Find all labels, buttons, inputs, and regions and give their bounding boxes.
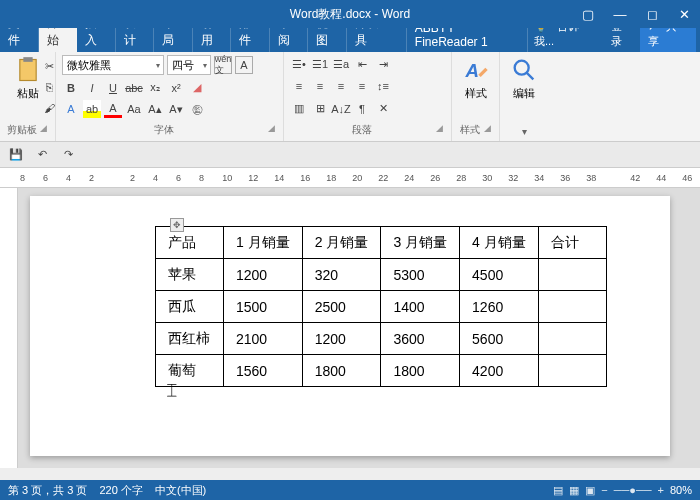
increase-indent-icon[interactable]: ⇥ bbox=[374, 55, 392, 73]
strike-button[interactable]: abc bbox=[125, 79, 143, 97]
editing-button[interactable]: 编辑 bbox=[506, 54, 542, 103]
align-center-icon[interactable]: ≡ bbox=[311, 77, 329, 95]
save-icon[interactable]: 💾 bbox=[6, 145, 26, 165]
page[interactable]: ✥ 产品 1 月销量 2 月销量 3 月销量 4 月销量 合计 苹果120032… bbox=[30, 196, 670, 456]
zoom-slider[interactable]: ──●── bbox=[614, 484, 652, 496]
superscript-button[interactable]: x² bbox=[167, 79, 185, 97]
show-marks-icon[interactable]: ¶ bbox=[353, 100, 371, 118]
styles-dialog-launcher[interactable]: ◢ bbox=[482, 123, 493, 133]
bullets-icon[interactable]: ☰• bbox=[290, 55, 308, 73]
table-row: 苹果120032053004500 bbox=[156, 259, 607, 291]
close-icon[interactable]: ✕ bbox=[668, 0, 700, 28]
justify-icon[interactable]: ≡ bbox=[353, 77, 371, 95]
table-row: 西瓜1500250014001260 bbox=[156, 291, 607, 323]
font-color-icon[interactable]: A bbox=[104, 100, 122, 118]
title-bar: Word教程.docx - Word ▢ — ◻ ✕ bbox=[0, 0, 700, 28]
phonetic-guide-icon[interactable]: wén文 bbox=[214, 56, 232, 74]
font-dialog-launcher[interactable]: ◢ bbox=[266, 123, 277, 133]
table-row: 西红柿2100120036005600 bbox=[156, 323, 607, 355]
svg-line-4 bbox=[526, 72, 533, 79]
numbering-icon[interactable]: ☰1 bbox=[311, 55, 329, 73]
character-border-icon[interactable]: A bbox=[235, 56, 253, 74]
font-name-combo[interactable]: 微软雅黑 bbox=[62, 55, 164, 75]
line-spacing-icon[interactable]: ↕≡ bbox=[374, 77, 392, 95]
subscript-button[interactable]: x₂ bbox=[146, 79, 164, 97]
table-row: 产品 1 月销量 2 月销量 3 月销量 4 月销量 合计 bbox=[156, 227, 607, 259]
quick-access-toolbar: 💾 ↶ ↷ bbox=[0, 142, 700, 168]
text-effects-icon[interactable]: A bbox=[62, 100, 80, 118]
bold-button[interactable]: B bbox=[62, 79, 80, 97]
ribbon-options-icon[interactable]: ▢ bbox=[572, 0, 604, 28]
document-area[interactable]: ✥ 产品 1 月销量 2 月销量 3 月销量 4 月销量 合计 苹果120032… bbox=[0, 188, 700, 468]
zoom-in-icon[interactable]: + bbox=[658, 484, 664, 496]
maximize-icon[interactable]: ◻ bbox=[636, 0, 668, 28]
italic-button[interactable]: I bbox=[83, 79, 101, 97]
zoom-out-icon[interactable]: − bbox=[601, 484, 607, 496]
print-layout-icon[interactable]: ▦ bbox=[569, 484, 579, 497]
minimize-icon[interactable]: — bbox=[604, 0, 636, 28]
data-table[interactable]: 产品 1 月销量 2 月销量 3 月销量 4 月销量 合计 苹果12003205… bbox=[155, 226, 607, 387]
redo-icon[interactable]: ↷ bbox=[58, 145, 78, 165]
shrink-font-icon[interactable]: A▾ bbox=[167, 100, 185, 118]
underline-button[interactable]: U bbox=[104, 79, 122, 97]
undo-icon[interactable]: ↶ bbox=[32, 145, 52, 165]
svg-rect-1 bbox=[23, 57, 32, 62]
document-title: Word教程.docx - Word bbox=[290, 6, 410, 23]
align-right-icon[interactable]: ≡ bbox=[332, 77, 350, 95]
multilevel-icon[interactable]: ☰a bbox=[332, 55, 350, 73]
highlight-icon[interactable]: ab bbox=[83, 100, 101, 118]
web-layout-icon[interactable]: ▣ bbox=[585, 484, 595, 497]
grow-font-icon[interactable]: A▴ bbox=[146, 100, 164, 118]
align-left-icon[interactable]: ≡ bbox=[290, 77, 308, 95]
page-indicator[interactable]: 第 3 页，共 3 页 bbox=[8, 483, 87, 498]
svg-text:A: A bbox=[464, 60, 478, 81]
svg-rect-0 bbox=[19, 60, 35, 81]
font-size-combo[interactable]: 四号 bbox=[167, 55, 211, 75]
asian-layout-icon[interactable]: ✕ bbox=[374, 100, 392, 118]
borders-icon[interactable]: ⊞ bbox=[311, 100, 329, 118]
paragraph-dialog-launcher[interactable]: ◢ bbox=[434, 123, 445, 133]
zoom-level[interactable]: 80% bbox=[670, 484, 692, 496]
read-mode-icon[interactable]: ▤ bbox=[553, 484, 563, 497]
shading-icon[interactable]: ▥ bbox=[290, 100, 308, 118]
ribbon-tabs: 文件 开始 插入 设计 布局 引用 邮件 审阅 视图 开发工具 ABBYY Fi… bbox=[0, 28, 700, 52]
table-row: 葡萄1560180018004200 bbox=[156, 355, 607, 387]
text-cursor-icon: ⌶ bbox=[167, 381, 177, 399]
table-move-handle[interactable]: ✥ bbox=[170, 218, 184, 232]
horizontal-ruler[interactable]: 8642246810121416182022242628303234363842… bbox=[0, 168, 700, 188]
vertical-ruler[interactable] bbox=[0, 188, 18, 468]
clear-format-icon[interactable]: ◢ bbox=[188, 79, 206, 97]
char-shading-icon[interactable]: Aa bbox=[125, 100, 143, 118]
clipboard-dialog-launcher[interactable]: ◢ bbox=[38, 123, 49, 133]
language-indicator[interactable]: 中文(中国) bbox=[155, 483, 206, 498]
ribbon: 粘贴 ✂ ⎘ 🖌 剪贴板◢ 微软雅黑 四号 wén文 A B I U abc x… bbox=[0, 52, 700, 142]
sort-icon[interactable]: A↓Z bbox=[332, 100, 350, 118]
decrease-indent-icon[interactable]: ⇤ bbox=[353, 55, 371, 73]
styles-button[interactable]: A 样式 bbox=[458, 54, 493, 103]
enclose-char-icon[interactable]: ㊬ bbox=[188, 100, 206, 118]
word-count[interactable]: 220 个字 bbox=[99, 483, 142, 498]
status-bar: 第 3 页，共 3 页 220 个字 中文(中国) ▤ ▦ ▣ − ──●── … bbox=[0, 480, 700, 500]
